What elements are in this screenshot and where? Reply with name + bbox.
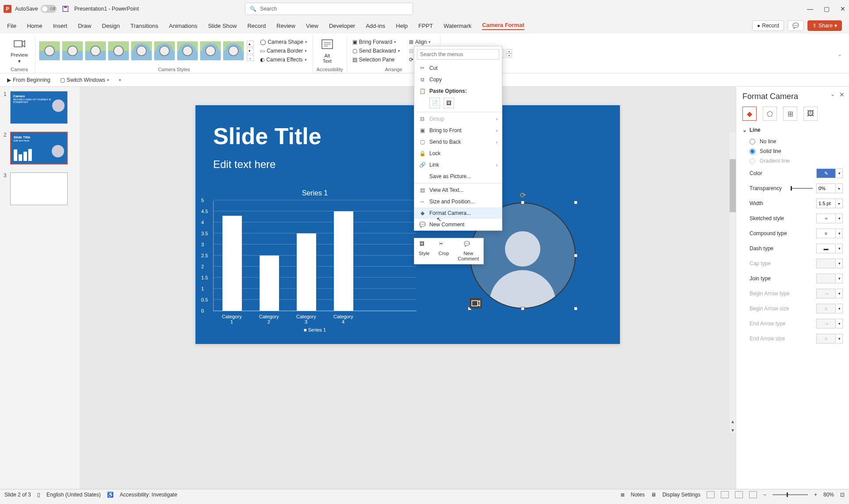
resize-handle[interactable] (574, 201, 577, 204)
dash-type-dropdown[interactable]: ▬ (816, 244, 836, 253)
reading-view-button[interactable] (735, 491, 743, 498)
language-status[interactable]: English (United States) (46, 492, 101, 498)
color-dropdown[interactable]: ▾ (837, 168, 843, 178)
dropdown-caret[interactable]: ▾ (837, 244, 843, 253)
transparency-input[interactable] (816, 183, 836, 193)
switch-windows-button[interactable]: ▢Switch Windows▾ (57, 76, 112, 84)
canvas-area[interactable]: Slide Title Edit text here Series 1 00.5… (80, 87, 736, 489)
styles-more-icon[interactable]: ⌄ (247, 55, 254, 61)
mini-crop-button[interactable]: ✂Crop (434, 238, 453, 264)
camera-style-9[interactable] (223, 41, 244, 61)
line-section-header[interactable]: ⌄Line (742, 127, 843, 133)
zoom-percent[interactable]: 80% (823, 492, 834, 498)
height-spinner[interactable]: ▴▾ (506, 49, 512, 58)
camera-style-2[interactable] (62, 41, 83, 61)
from-beginning-button[interactable]: ▶From Beginning (4, 76, 53, 84)
sorter-view-button[interactable] (721, 491, 729, 498)
transparency-spinner[interactable]: ▸ (837, 183, 843, 193)
ctx-save-as-picture[interactable]: Save as Picture... (414, 171, 502, 182)
notes-button[interactable]: Notes (631, 492, 645, 498)
tab-camera-format[interactable]: Camera Format (482, 22, 524, 30)
ctx-format-camera[interactable]: ◆Format Camera... (414, 207, 502, 219)
pane-tab-effects[interactable]: ⬠ (763, 107, 777, 121)
pane-tab-fill-line[interactable]: ◆ (742, 107, 757, 121)
tab-record[interactable]: Record (247, 23, 266, 29)
ctx-link[interactable]: 🔗Link› (414, 159, 502, 171)
slide-thumb-1[interactable]: 1 Cameo RECORD A VIDEO OF YOURSELF IN PO… (4, 91, 76, 124)
dropdown-caret[interactable]: ▾ (837, 229, 843, 238)
compound-type-dropdown[interactable]: ≡ (816, 229, 836, 238)
slide-thumb-2[interactable]: 2 Slide Title Edit text here (4, 132, 76, 164)
paste-option-2[interactable]: 🖼 (444, 98, 454, 108)
alt-text-button[interactable]: Alt Text (317, 36, 338, 65)
fit-to-window-icon[interactable]: ⊡ (840, 492, 845, 498)
camera-style-8[interactable] (200, 41, 221, 61)
solid-line-radio[interactable]: Solid line (742, 146, 843, 156)
camera-style-1[interactable] (39, 41, 60, 61)
resize-handle[interactable] (521, 201, 524, 204)
close-icon[interactable]: ✕ (840, 5, 845, 12)
tab-view[interactable]: View (306, 23, 318, 29)
camera-border-button[interactable]: ▭Camera Border▾ (258, 47, 309, 55)
tab-slideshow[interactable]: Slide Show (208, 23, 237, 29)
ctx-view-alt-text[interactable]: ▤View Alt Text... (414, 184, 502, 196)
search-box[interactable]: 🔍 Search (245, 3, 413, 15)
pane-close-icon[interactable]: ✕ (839, 91, 845, 98)
bring-forward-button[interactable]: ▣Bring Forward▾ (351, 38, 402, 46)
send-backward-button[interactable]: ▢Send Backward▾ (351, 47, 402, 55)
toggle-switch[interactable]: Off (41, 5, 57, 13)
resize-handle[interactable] (521, 307, 524, 310)
slide-panel[interactable]: 1 Cameo RECORD A VIDEO OF YOURSELF IN PO… (0, 87, 80, 489)
ctx-send-to-back[interactable]: ▢Send to Back› (414, 136, 502, 148)
slide-title[interactable]: Slide Title (213, 123, 602, 149)
context-menu-search[interactable] (417, 49, 499, 60)
ctx-size-position[interactable]: ↔Size and Position... (414, 196, 502, 207)
share-button[interactable]: ⇪ Share ▾ (807, 20, 842, 31)
camera-shape-button[interactable]: ◯Camera Shape▾ (258, 38, 309, 46)
zoom-in-icon[interactable]: + (814, 492, 817, 498)
record-button[interactable]: ● Record (752, 20, 784, 31)
tab-home[interactable]: Home (27, 23, 42, 29)
chart[interactable]: Series 1 00.511.522.533.544.55 Category … (213, 189, 417, 331)
minimize-icon[interactable]: — (807, 5, 813, 12)
tab-fppt[interactable]: FPPT (418, 23, 433, 29)
preview-button[interactable]: Preview ▾ (7, 35, 31, 66)
slide-canvas[interactable]: Slide Title Edit text here Series 1 00.5… (195, 105, 620, 344)
no-line-radio[interactable]: No line (742, 137, 843, 146)
transparency-slider[interactable] (791, 188, 813, 189)
tab-file[interactable]: File (7, 23, 16, 29)
color-picker[interactable]: ✎ (816, 168, 836, 178)
ctx-new-comment[interactable]: 💬New Comment (414, 219, 502, 230)
tab-draw[interactable]: Draw (78, 23, 91, 29)
camera-badge-icon[interactable] (470, 298, 482, 309)
zoom-out-icon[interactable]: − (763, 492, 766, 498)
tab-help[interactable]: Help (396, 23, 408, 29)
slide-preview-3[interactable] (10, 172, 68, 205)
slide-preview-2[interactable]: Slide Title Edit text here (10, 132, 68, 164)
align-button[interactable]: ⊞Align▾ (407, 38, 436, 46)
ctx-bring-to-front[interactable]: ▣Bring to Front› (414, 125, 502, 136)
width-spinner[interactable]: ▸ (837, 199, 843, 208)
ribbon-collapse-icon[interactable]: ⌄ (834, 51, 845, 57)
comments-button[interactable]: 💬 (788, 20, 804, 31)
accessibility-status[interactable]: Accessibility: Investigate (120, 492, 177, 498)
save-icon[interactable] (62, 5, 69, 12)
display-settings-button[interactable]: Display Settings (662, 492, 700, 498)
dropdown-caret[interactable]: ▾ (837, 214, 843, 223)
slide-thumb-3[interactable]: 3 (4, 172, 76, 205)
rotate-handle-icon[interactable]: ⟳ (520, 191, 526, 199)
next-slide-icon[interactable]: ▾ (731, 427, 734, 433)
tab-transitions[interactable]: Transitions (130, 23, 158, 29)
ctx-lock[interactable]: 🔒Lock (414, 148, 502, 159)
camera-style-6[interactable] (154, 41, 175, 61)
styles-row-up-icon[interactable]: ▴ (247, 41, 254, 47)
vertical-scrollbar[interactable]: ▴▾ (730, 133, 736, 433)
resize-handle[interactable] (574, 254, 577, 257)
zoom-slider[interactable] (773, 494, 808, 495)
pane-tab-size[interactable]: ⊞ (783, 107, 797, 121)
autosave-toggle[interactable]: AutoSave Off (15, 5, 57, 13)
selection-pane-button[interactable]: ▤Selection Pane (351, 56, 402, 64)
tab-animations[interactable]: Animations (169, 23, 197, 29)
width-input[interactable] (816, 199, 836, 208)
qat-customize-button[interactable]: ▾ (116, 77, 124, 83)
